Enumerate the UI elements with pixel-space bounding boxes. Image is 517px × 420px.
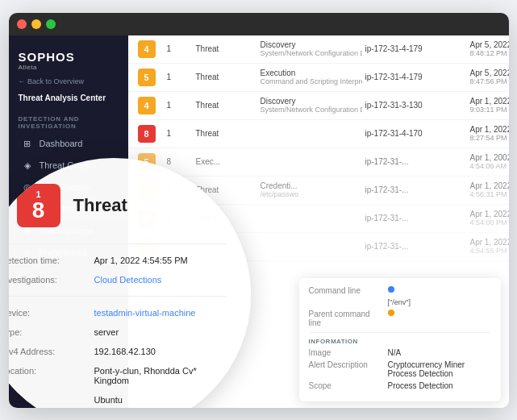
ipv4-label: IPv4 Address: xyxy=(9,347,90,356)
alert-desc-value: Cryptocurrency Miner Process Detection xyxy=(388,360,491,378)
type-value: server xyxy=(94,327,119,337)
sidebar-section-title: DETECTION AND INVESTIGATION xyxy=(9,107,128,133)
category-cell: Discovery System/Network Configuration D… xyxy=(257,39,362,59)
severity-badge: 4 xyxy=(138,97,156,114)
table-row[interactable]: 4 1 Threat Discovery System/Network Conf… xyxy=(128,92,509,120)
main-window: SOPHOS Atleta ← Back to Overview Threat … xyxy=(9,13,509,408)
type-cell: Threat xyxy=(193,127,257,139)
logo: SOPHOS Atleta xyxy=(9,42,128,74)
type-cell: Exec... xyxy=(193,156,257,168)
table-row[interactable]: 8 1 Threat ip-172-31-4-170 Apr 1, 2022 8… xyxy=(128,120,509,148)
count-cell: 1 xyxy=(164,127,193,139)
category-cell xyxy=(257,160,362,164)
circle-type-label: Threat xyxy=(73,195,127,216)
device-cell: ip-172-31-4-170 xyxy=(362,127,467,139)
ipv4-value: 192.168.42.130 xyxy=(94,347,156,356)
panel-divider xyxy=(309,332,491,333)
device-cell: ip-172-31-4-179 xyxy=(362,43,467,55)
type-label: Type: xyxy=(9,327,90,337)
device-cell: ip-172-31-... xyxy=(362,212,467,224)
circle-divider xyxy=(9,243,227,244)
command-indicator xyxy=(388,286,394,293)
severity-cell: 8 xyxy=(135,123,164,144)
table-row[interactable]: 4 1 Threat Discovery System/Network Conf… xyxy=(128,35,509,64)
close-button[interactable] xyxy=(17,19,27,29)
time-cell: Apr 1, 2022 4:56:31 PM xyxy=(467,180,509,200)
table-row[interactable]: 5 8 Exec... ip-172-31-... Apr 1, 2002 4:… xyxy=(128,148,509,177)
count-cell: 8 xyxy=(164,156,193,168)
severity-badge: 8 xyxy=(138,125,156,143)
image-value: N/A xyxy=(388,348,491,357)
parent-command-label: Parent command line xyxy=(309,310,381,327)
analysis-center-label: Threat Analysis Center xyxy=(9,92,128,107)
command-line-label: Command line xyxy=(309,286,381,295)
scope-label: Scope xyxy=(309,381,381,390)
detail-panel: Command line ["/env"] Parent command lin… xyxy=(299,278,501,401)
type-cell: Threat xyxy=(193,43,257,55)
parent-indicator xyxy=(388,310,394,316)
severity-cell: 4 xyxy=(135,95,164,116)
threat-graphs-icon: ◈ xyxy=(22,160,33,171)
scope-value: Process Detection xyxy=(388,381,491,390)
device-cell: ip-172-31-... xyxy=(362,184,467,196)
command-line-value: ["/env"] xyxy=(388,298,491,306)
time-cell: Apr 5, 2022 8:48:12 PM xyxy=(467,39,509,59)
category-cell: Credenti... /etc/passwo xyxy=(257,180,362,200)
section-label: INFORMATION xyxy=(309,338,381,345)
detection-time-label: Detection time: xyxy=(9,256,90,265)
investigations-label: Investigations: xyxy=(9,275,90,285)
alert-desc-label: Alert Description xyxy=(309,360,381,369)
time-cell: Apr 1, 2022 4:54:00 PM xyxy=(467,208,509,228)
category-cell xyxy=(257,217,362,220)
time-cell: Apr 1, 2022 9:03:11 PM xyxy=(467,95,509,115)
location-label: Location: xyxy=(9,366,90,385)
dashboard-icon: ⊞ xyxy=(22,139,33,149)
device-label: Device: xyxy=(9,308,90,318)
category-cell: Execution Command and Scripting Interpre… xyxy=(257,67,362,87)
time-cell: Apr 1, 2002 4:54:06 AM xyxy=(467,152,509,172)
severity-cell: 5 xyxy=(135,67,164,88)
back-link[interactable]: ← Back to Overview xyxy=(9,74,128,92)
image-label: Image xyxy=(309,348,381,357)
device-cell: ip-172-31-3-130 xyxy=(362,99,467,111)
severity-cell: 4 xyxy=(135,39,164,60)
type-cell: Threat xyxy=(193,71,257,83)
time-cell: Apr 5, 2022 8:47:56 PM xyxy=(467,67,509,87)
category-cell xyxy=(257,245,362,248)
count-cell: 1 xyxy=(164,99,193,111)
maximize-button[interactable] xyxy=(46,19,56,29)
device-cell: ip-172-31-... xyxy=(362,156,467,168)
detection-time-value: Apr 1, 2022 4:54:55 PM xyxy=(94,256,188,265)
count-cell: 1 xyxy=(164,71,193,83)
os-value: Ubuntu xyxy=(94,395,123,405)
count-cell: 1 xyxy=(164,43,193,55)
severity-badge: 5 xyxy=(138,69,156,86)
type-cell: Threat xyxy=(193,99,257,111)
logo-text: SOPHOS xyxy=(19,50,119,64)
device-cell: ip-172-31-... xyxy=(362,240,467,252)
investigations-link[interactable]: Cloud Detections xyxy=(94,275,162,285)
location-value: Pont-y-clun, Rhondda Cv* Kingdom xyxy=(94,366,227,385)
category-cell: Discovery System/Network Configuration D… xyxy=(257,95,362,115)
sidebar-item-dashboard[interactable]: ⊞ Dashboard xyxy=(12,134,125,154)
time-cell: Apr 1, 2022 4:54:55 PM xyxy=(467,236,509,256)
circle-divider2 xyxy=(9,296,227,297)
sidebar-item-label: Dashboard xyxy=(40,139,83,148)
title-bar xyxy=(9,13,509,35)
severity-badge: 4 xyxy=(138,40,156,58)
minimize-button[interactable] xyxy=(31,19,41,29)
device-link[interactable]: testadmin-virtual-machine xyxy=(94,308,196,318)
time-cell: Apr 1, 2022 8:27:54 PM xyxy=(467,123,509,143)
table-row[interactable]: 5 1 Threat Execution Command and Scripti… xyxy=(128,64,509,92)
category-cell xyxy=(257,132,362,135)
logo-sub: Atleta xyxy=(19,64,119,71)
device-cell: ip-172-31-4-179 xyxy=(362,71,467,83)
